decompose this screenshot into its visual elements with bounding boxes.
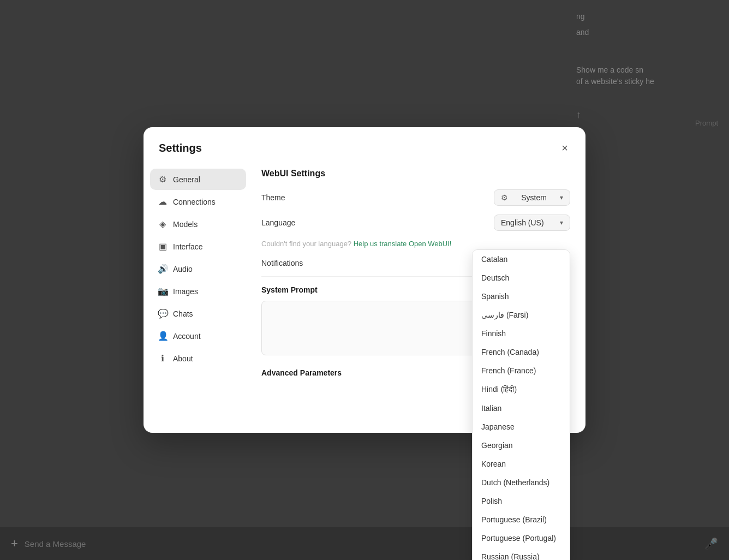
lang-italian[interactable]: Italian [473, 399, 570, 418]
sidebar-item-interface[interactable]: ▣ Interface [150, 236, 246, 257]
theme-row: Theme ⚙ System ▾ [261, 189, 570, 206]
gear-icon: ⚙ [158, 174, 168, 184]
theme-selector[interactable]: ⚙ System ▾ [494, 189, 570, 206]
cloud-icon: ☁ [158, 196, 168, 207]
theme-label: Theme [261, 193, 285, 202]
about-icon: ℹ [158, 353, 168, 364]
lang-catalan[interactable]: Catalan [473, 250, 570, 269]
lang-hindi[interactable]: Hindi (हिंदी) [473, 380, 570, 399]
sidebar-item-about[interactable]: ℹ About [150, 348, 246, 369]
sidebar-item-account[interactable]: 👤 Account [150, 325, 246, 347]
theme-gear-icon: ⚙ [501, 193, 508, 202]
sidebar-label-audio: Audio [173, 265, 193, 273]
sidebar-item-audio[interactable]: 🔊 Audio [150, 258, 246, 279]
lang-russian[interactable]: Russian (Russia) [473, 547, 570, 560]
interface-icon: ▣ [158, 241, 168, 252]
sidebar-label-images: Images [173, 287, 198, 296]
language-label: Language [261, 218, 295, 227]
theme-value: System [521, 193, 547, 202]
lang-spanish[interactable]: Spanish [473, 287, 570, 306]
lang-portuguese-portugal[interactable]: Portuguese (Portugal) [473, 529, 570, 547]
modal-backdrop: Settings × ⚙ General ☁ Connections ◈ Mod… [0, 0, 729, 560]
account-icon: 👤 [158, 331, 168, 341]
language-value: English (US) [501, 218, 544, 227]
lang-polish[interactable]: Polish [473, 492, 570, 510]
lang-french-france[interactable]: French (France) [473, 361, 570, 380]
language-selector[interactable]: English (US) ▾ [494, 215, 570, 231]
lang-korean[interactable]: Korean [473, 455, 570, 473]
sidebar-label-chats: Chats [173, 309, 193, 318]
sidebar-item-models[interactable]: ◈ Models [150, 213, 246, 235]
notifications-label: Notifications [261, 259, 303, 267]
settings-body: ⚙ General ☁ Connections ◈ Models ▣ Inter… [144, 164, 585, 433]
sidebar-label-connections: Connections [173, 198, 216, 206]
lang-portuguese-brazil[interactable]: Portuguese (Brazil) [473, 510, 570, 529]
section-title: WebUI Settings [261, 169, 570, 178]
lang-japanese[interactable]: Japanese [473, 418, 570, 436]
models-icon: ◈ [158, 219, 168, 229]
sidebar-label-models: Models [173, 220, 198, 229]
help-text: Couldn't find your language? Help us tra… [261, 240, 570, 248]
settings-main: WebUI Settings Theme ⚙ System ▾ Language… [253, 164, 585, 420]
lang-deutsch[interactable]: Deutsch [473, 269, 570, 287]
language-row: Language English (US) ▾ Catalan Deutsch … [261, 215, 570, 231]
lang-farsi[interactable]: فارسی (Farsi) [473, 306, 570, 324]
settings-modal: Settings × ⚙ General ☁ Connections ◈ Mod… [144, 127, 585, 433]
language-dropdown[interactable]: Catalan Deutsch Spanish فارسی (Farsi) Fi… [472, 249, 570, 560]
help-link[interactable]: Help us translate Open WebUI! [354, 240, 452, 248]
close-button[interactable]: × [559, 140, 570, 156]
theme-chevron-icon: ▾ [560, 194, 563, 201]
language-chevron-icon: ▾ [560, 219, 563, 227]
audio-icon: 🔊 [158, 264, 168, 274]
chats-icon: 💬 [158, 308, 168, 319]
sidebar-item-connections[interactable]: ☁ Connections [150, 191, 246, 212]
sidebar-item-images[interactable]: 📷 Images [150, 281, 246, 302]
images-icon: 📷 [158, 286, 168, 296]
lang-georgian[interactable]: Georgian [473, 436, 570, 455]
lang-dutch[interactable]: Dutch (Netherlands) [473, 473, 570, 492]
sidebar-label-interface: Interface [173, 242, 202, 251]
settings-header: Settings × [144, 127, 585, 164]
settings-sidebar: ⚙ General ☁ Connections ◈ Models ▣ Inter… [144, 164, 253, 420]
lang-finnish[interactable]: Finnish [473, 324, 570, 343]
lang-french-canada[interactable]: French (Canada) [473, 343, 570, 361]
sidebar-label-general: General [173, 175, 200, 184]
sidebar-label-about: About [173, 354, 193, 363]
help-text-label: Couldn't find your language? [261, 240, 351, 248]
sidebar-item-chats[interactable]: 💬 Chats [150, 303, 246, 324]
settings-title: Settings [159, 142, 202, 154]
sidebar-item-general[interactable]: ⚙ General [150, 169, 246, 190]
sidebar-label-account: Account [173, 332, 201, 341]
